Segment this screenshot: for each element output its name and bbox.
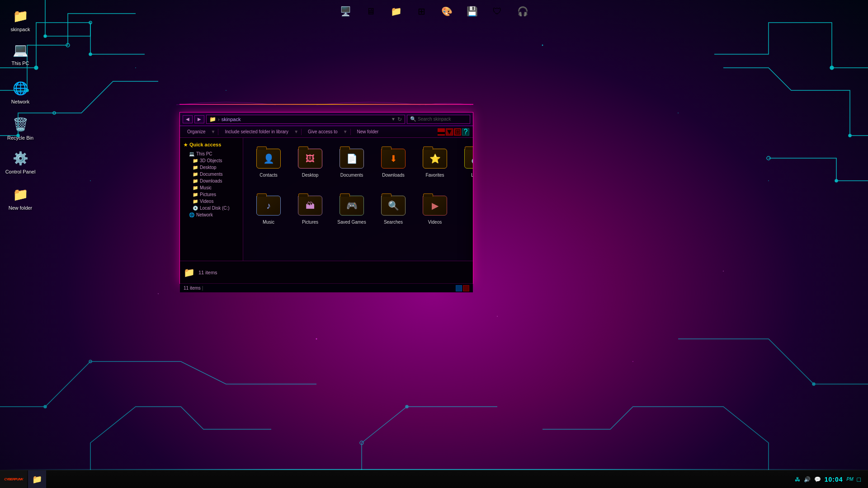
folder-red-icon[interactable]: 📁 xyxy=(388,3,404,19)
taskbar-file-explorer[interactable]: 📁 xyxy=(28,470,46,488)
address-bar-area: ◀ ▶ 📁 › skinpack ▼ ↻ 🔍 Search skinpack xyxy=(180,113,473,126)
include-folder-button[interactable]: Include selected folder in library xyxy=(221,128,292,136)
view-details-button[interactable]: ▬ xyxy=(438,128,445,136)
give-access-button[interactable]: Give access to xyxy=(304,128,341,136)
searches-label: Searches xyxy=(384,219,403,225)
sidebar-videos-label: Videos xyxy=(200,199,213,204)
quick-access-section: ★ Quick access xyxy=(180,140,243,150)
monitor2-icon[interactable]: 🖥 xyxy=(363,3,379,19)
sidebar-music[interactable]: 📁 Music xyxy=(180,184,243,191)
bottom-item-count: 11 items xyxy=(184,286,201,291)
shield-icon[interactable]: 🛡 xyxy=(489,3,505,19)
sidebar-desktop-label: Desktop xyxy=(200,165,217,170)
start-button[interactable]: CYBERPUNK xyxy=(0,470,27,488)
action-center-icon[interactable]: □ xyxy=(857,476,861,483)
links-inner-icon: 🔗 xyxy=(471,153,473,164)
cyberpunk-logo: CYBERPUNK xyxy=(4,477,23,481)
sidebar-network[interactable]: 🌐 Network xyxy=(180,211,243,218)
desktop-icon-controlpanel[interactable]: ⚙️ Control Panel xyxy=(5,149,36,175)
view-dropdown-button[interactable]: ▼ xyxy=(446,128,453,136)
sidebar-pictures[interactable]: 📁 Pictures xyxy=(180,191,243,198)
sidebar-localdisk[interactable]: 💿 Local Disk (C:) xyxy=(180,205,243,211)
back-button[interactable]: ◀ xyxy=(183,115,193,123)
this-pc-section: 💻 This PC 📁 3D Objects 📁 Desktop 📁 Docum… xyxy=(180,150,243,219)
desktop-icon-thispc[interactable]: 💻 This PC xyxy=(5,41,36,66)
files-grid: 👤 Contacts 🖼 Desktop xyxy=(243,138,473,261)
sidebar-videos[interactable]: 📁 Videos xyxy=(180,198,243,205)
explorer-main: ★ Quick access 💻 This PC 📁 3D Objects 📁 xyxy=(180,138,473,261)
address-path-text: skinpack xyxy=(222,117,241,122)
search-bar[interactable]: 🔍 Search skinpack xyxy=(407,115,470,124)
sidebar-documents[interactable]: 📁 Documents xyxy=(180,171,243,178)
favorites-label: Favorites xyxy=(425,172,444,178)
quick-access-label: Quick access xyxy=(189,142,221,147)
forward-button[interactable]: ▶ xyxy=(194,115,204,123)
sidebar-downloads[interactable]: 📁 Downloads xyxy=(180,178,243,184)
documents-label: Documents xyxy=(340,172,363,178)
folder-favorites[interactable]: ⭐ Favorites xyxy=(415,143,455,188)
toolbar-separator-3 xyxy=(350,129,351,135)
desktop-icon-recycle[interactable]: 🗑️ Recycle Bin xyxy=(5,115,36,141)
network-status-icon: 🖧 xyxy=(795,476,800,483)
chip-icon[interactable]: 💾 xyxy=(464,3,480,19)
file-explorer-window: ◀ ▶ 📁 › skinpack ▼ ↻ 🔍 Search skinpack O… xyxy=(179,112,473,284)
star-icon: ★ xyxy=(184,142,188,147)
clock-time: 10:04 xyxy=(825,476,843,483)
folder-pictures[interactable]: 🏔 Pictures xyxy=(290,190,330,235)
thispc-label: This PC xyxy=(11,61,29,66)
bottom-status-bar: 11 items | xyxy=(180,283,473,292)
savedgames-label: Saved Games xyxy=(337,219,366,225)
documents-folder-icon: 📄 xyxy=(339,147,364,170)
give-access-dropdown: ▼ xyxy=(343,129,348,134)
folder-searches[interactable]: 🔍 Searches xyxy=(373,190,413,235)
bottom-cursor: | xyxy=(202,286,203,291)
folder-savedgames[interactable]: 🎮 Saved Games xyxy=(332,190,372,235)
detail-view-btn[interactable] xyxy=(456,285,462,291)
view-large-icons-button[interactable]: ⊞ xyxy=(454,128,461,136)
pictures-label: Pictures xyxy=(302,219,318,225)
headphone-icon[interactable]: 🎧 xyxy=(514,3,531,19)
grid-icon[interactable]: ⊞ xyxy=(413,3,429,19)
address-dropdown[interactable]: ▼ xyxy=(391,117,396,122)
folder-links[interactable]: 🔗 Links xyxy=(457,143,473,188)
sidebar-downloads-label: Downloads xyxy=(200,178,222,183)
refresh-button[interactable]: ↻ xyxy=(397,116,402,122)
this-pc-sidebar-label: This PC xyxy=(196,151,212,156)
sidebar-3dobjects[interactable]: 📁 3D Objects xyxy=(180,157,243,164)
volume-icon: 🔊 xyxy=(804,476,811,483)
music-inner-icon: ♪ xyxy=(266,201,271,211)
searches-inner-icon: 🔍 xyxy=(388,200,399,211)
desktop-icon-network[interactable]: 🌐 Network xyxy=(5,79,36,105)
taskbar: CYBERPUNK 📁 🖧 🔊 💬 10:04 PM □ xyxy=(0,470,868,488)
palette-icon[interactable]: 🎨 xyxy=(439,3,455,19)
folder-icon-music: 📁 xyxy=(193,185,198,190)
folder-contacts[interactable]: 👤 Contacts xyxy=(249,143,288,188)
view-mode-buttons xyxy=(456,285,469,291)
organize-button[interactable]: Organize xyxy=(184,128,209,136)
monitor-desktop-icon[interactable]: 🖥️ xyxy=(337,3,354,19)
recyclebin-icon: 🗑️ xyxy=(11,115,29,133)
quick-access-header[interactable]: ★ Quick access xyxy=(180,141,243,149)
sidebar-documents-label: Documents xyxy=(200,172,223,177)
folder-documents[interactable]: 📄 Documents xyxy=(332,143,372,188)
help-button[interactable]: ? xyxy=(462,128,469,136)
sidebar-this-pc[interactable]: 💻 This PC xyxy=(180,150,243,157)
desktop-inner-icon: 🖼 xyxy=(306,154,315,164)
large-icon-view-btn[interactable] xyxy=(463,285,469,291)
videos-folder-icon: ▶ xyxy=(422,194,448,217)
top-bar: 🖥️ 🖥 📁 ⊞ 🎨 💾 🛡 🎧 xyxy=(0,0,868,23)
desktop-icon-newfolder[interactable]: 📁 New folder xyxy=(5,185,36,211)
controlpanel-label: Control Panel xyxy=(5,169,36,175)
folder-downloads[interactable]: ⬇ Downloads xyxy=(373,143,413,188)
sidebar-pictures-label: Pictures xyxy=(200,192,216,197)
folder-videos[interactable]: ▶ Videos xyxy=(415,190,455,235)
downloads-folder-icon: ⬇ xyxy=(381,147,406,170)
desktop-folder-icon: 🖼 xyxy=(297,147,323,170)
folder-desktop[interactable]: 🖼 Desktop xyxy=(290,143,330,188)
address-bar[interactable]: 📁 › skinpack ▼ ↻ xyxy=(206,115,405,124)
folder-music[interactable]: ♪ Music xyxy=(249,190,288,235)
address-separator: › xyxy=(218,117,220,122)
sidebar-desktop[interactable]: 📁 Desktop xyxy=(180,164,243,171)
new-folder-button[interactable]: New folder xyxy=(354,128,382,136)
clock: 10:04 xyxy=(825,476,843,483)
